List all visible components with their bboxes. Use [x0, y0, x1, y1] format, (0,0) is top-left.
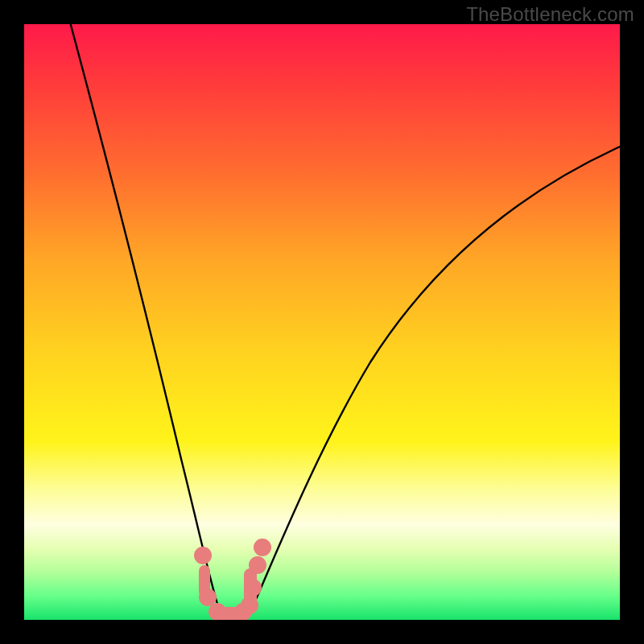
svg-point-8: [244, 579, 262, 597]
svg-point-2: [199, 588, 217, 606]
chart-frame: TheBottleneck.com: [0, 0, 644, 644]
curve-layer: [24, 24, 620, 620]
bottleneck-curve: [68, 24, 620, 618]
svg-point-0: [194, 547, 212, 564]
svg-point-10: [254, 539, 271, 556]
watermark: TheBottleneck.com: [466, 3, 634, 26]
optimal-zone-markers: [194, 539, 271, 620]
svg-point-9: [249, 556, 266, 574]
plot-area: [24, 24, 620, 620]
